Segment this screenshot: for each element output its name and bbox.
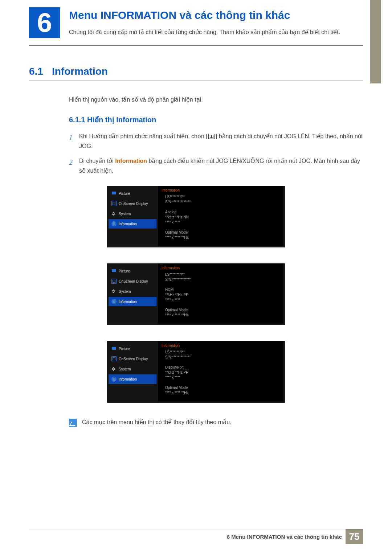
section-description: Hiển thị nguồn vào, tần số và độ phân gi… xyxy=(69,95,363,104)
osd-menu-label: OnScreen Display xyxy=(119,279,148,283)
subsection-title: Hiển thị Information xyxy=(87,116,156,124)
gear-icon: ✲ xyxy=(111,289,117,294)
screen-icon xyxy=(111,356,117,361)
osd-menu-picture: Picture xyxy=(109,189,156,198)
step-body: Khi Hướng dẫn phím chức năng xuất hiện, … xyxy=(79,131,363,151)
gear-icon: ✲ xyxy=(111,211,117,216)
section-number: 6.1 xyxy=(29,66,43,77)
osd-content: Information LS********/** S/N:**********… xyxy=(158,341,283,401)
monitor-icon xyxy=(111,346,117,351)
monitor-icon xyxy=(111,191,117,196)
info-icon: i xyxy=(111,299,117,304)
subsection-heading: 6.1.1 Hiển thị Information xyxy=(69,115,363,124)
step-list: 1 Khi Hướng dẫn phím chức năng xuất hiện… xyxy=(69,131,363,176)
osd-menu-system: ✲System xyxy=(109,209,156,218)
osd-menu-information: iInformation xyxy=(109,219,156,229)
osd-menu-picture: Picture xyxy=(109,344,156,353)
osd-menu-label: System xyxy=(119,290,131,294)
section-heading: 6.1 Information xyxy=(29,66,363,77)
osd-menu-onscreen: OnScreen Display xyxy=(109,199,156,208)
step-text: Di chuyển tới xyxy=(79,158,115,164)
note-icon xyxy=(69,419,77,427)
osd-menu-label: Information xyxy=(119,377,137,381)
screen-icon xyxy=(111,279,117,284)
osd-menu-picture: Picture xyxy=(109,266,156,276)
chapter-header: 6 Menu INFORMATION và các thông tin khác… xyxy=(0,0,392,42)
section-title: Information xyxy=(52,66,108,77)
info-icon: i xyxy=(111,377,117,382)
osd-menu-onscreen: OnScreen Display xyxy=(109,276,156,286)
footer-text: 6 Menu INFORMATION và các thông tin khác xyxy=(223,534,346,540)
step-number: 2 xyxy=(69,156,73,176)
osd-content-title: Information xyxy=(162,343,280,348)
osd-content-body: LS********/** S/N:************* Analog *… xyxy=(162,194,280,240)
note-text: Các mục trên menu hiển thị có thể thay đ… xyxy=(82,419,232,427)
step: 1 Khi Hướng dẫn phím chức năng xuất hiện… xyxy=(69,131,363,151)
osd-panel: Picture OnScreen Display ✲System iInform… xyxy=(107,263,285,325)
osd-menu-label: Picture xyxy=(119,269,130,273)
osd-menu-label: Information xyxy=(119,222,137,226)
osd-content-title: Information xyxy=(162,266,280,271)
step-number: 1 xyxy=(69,131,73,151)
osd-panel: Picture OnScreen Display ✲System iInform… xyxy=(107,341,285,403)
screen-icon xyxy=(111,201,117,206)
chapter-title: Menu INFORMATION và các thông tin khác xyxy=(69,9,340,21)
gear-icon: ✲ xyxy=(111,366,117,372)
subsection-number: 6.1.1 xyxy=(69,116,85,124)
osd-content: Information LS********/** S/N:**********… xyxy=(158,186,283,246)
osd-menu-label: OnScreen Display xyxy=(119,357,148,361)
monitor-icon xyxy=(111,268,117,274)
osd-menu-label: OnScreen Display xyxy=(119,202,148,206)
info-icon: i xyxy=(111,221,117,226)
step: 2 Di chuyển tới Information bằng cách đi… xyxy=(69,156,363,176)
osd-menu-system: ✲System xyxy=(109,287,156,296)
page-number: 75 xyxy=(346,529,363,544)
osd-menu-label: Information xyxy=(119,300,137,304)
divider xyxy=(29,80,363,81)
menu-icon xyxy=(208,134,215,139)
osd-content: Information LS********/** S/N:**********… xyxy=(158,263,283,324)
step-body: Di chuyển tới Information bằng cách điều… xyxy=(79,156,363,176)
chapter-number-box: 6 xyxy=(29,7,60,38)
osd-menu-label: System xyxy=(119,212,131,216)
step-text: Khi Hướng dẫn phím chức năng xuất hiện, … xyxy=(79,133,208,139)
osd-menu-label: Picture xyxy=(119,347,130,351)
step-strong: Information xyxy=(115,158,147,164)
osd-sidebar: Picture OnScreen Display ✲System iInform… xyxy=(107,186,158,246)
osd-panel: Picture OnScreen Display ✲System iInform… xyxy=(107,186,285,247)
osd-menu-label: Picture xyxy=(119,192,130,196)
footer: 6 Menu INFORMATION và các thông tin khác… xyxy=(29,529,363,544)
osd-content-body: LS********/** S/N:************* HDMI **k… xyxy=(162,272,280,318)
osd-sidebar: Picture OnScreen Display ✲System iInform… xyxy=(107,341,158,401)
osd-sidebar: Picture OnScreen Display ✲System iInform… xyxy=(107,263,158,324)
side-stripe xyxy=(370,0,381,83)
osd-menu-information: iInformation xyxy=(109,374,156,384)
osd-content-title: Information xyxy=(162,188,280,193)
chapter-subtitle: Chúng tôi đã cung cấp mô tả chi tiết của… xyxy=(69,28,340,37)
osd-stack: Picture OnScreen Display ✲System iInform… xyxy=(107,186,285,403)
note: Các mục trên menu hiển thị có thể thay đ… xyxy=(69,419,363,427)
osd-menu-information: iInformation xyxy=(109,297,156,306)
osd-content-body: LS********/** S/N:************* DisplayP… xyxy=(162,350,280,395)
osd-menu-label: System xyxy=(119,367,131,371)
osd-menu-onscreen: OnScreen Display xyxy=(109,354,156,364)
osd-menu-system: ✲System xyxy=(109,364,156,374)
divider xyxy=(29,45,363,46)
